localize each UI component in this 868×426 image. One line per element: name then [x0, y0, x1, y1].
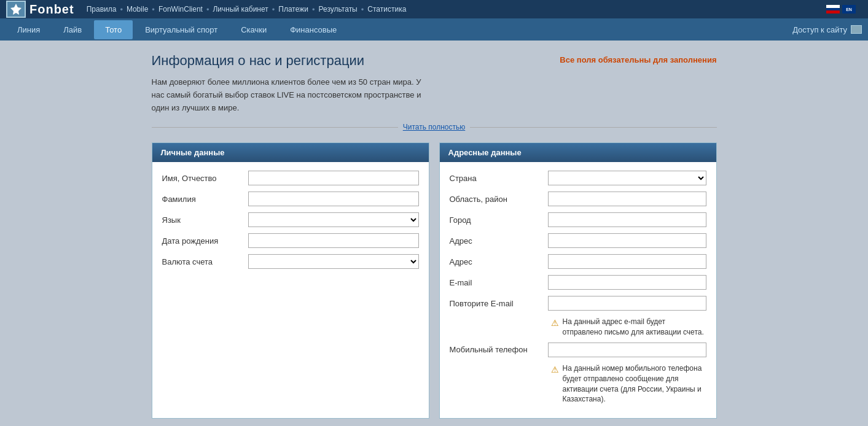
- info-left: Информация о нас и регистрации Нам довер…: [152, 53, 437, 114]
- main-nav: Линия Лайв Тото Виртуальный спорт Скачки…: [0, 18, 868, 41]
- input-region[interactable]: [548, 192, 706, 206]
- label-city: Город: [450, 215, 548, 225]
- read-more-line-left: [152, 127, 398, 128]
- svg-marker-0: [10, 4, 22, 15]
- email-warning-row: ⚠ На данный адрес e-mail будет отправлен…: [551, 317, 706, 338]
- form-row-email: E-mail: [450, 275, 706, 290]
- form-row-currency: Валюта счета: [162, 254, 419, 269]
- top-link-statistics[interactable]: Статистика: [367, 5, 406, 14]
- content-wrapper: Информация о нас и регистрации Нам довер…: [139, 53, 729, 426]
- label-address1: Адрес: [450, 236, 548, 246]
- read-more-link[interactable]: Читать полностью: [403, 123, 466, 131]
- personal-body: Имя, Отчество Фамилия Язык Д: [152, 162, 429, 284]
- nav-tabs: Линия Лайв Тото Виртуальный спорт Скачки…: [6, 20, 348, 39]
- top-link-fonwinclient[interactable]: FonWinClient: [158, 5, 203, 14]
- label-dob: Дата рождения: [162, 236, 248, 246]
- flag-en[interactable]: EN: [842, 5, 856, 14]
- form-row-language: Язык: [162, 212, 419, 227]
- select-language[interactable]: [248, 212, 419, 227]
- tab-virtual[interactable]: Виртуальный спорт: [134, 20, 229, 39]
- form-row-address1: Адрес: [450, 233, 706, 248]
- warning-icon-email: ⚠: [551, 317, 559, 330]
- form-row-address2: Адрес: [450, 254, 706, 269]
- form-row-dob: Дата рождения: [162, 233, 419, 248]
- sep2: •: [152, 5, 155, 14]
- page-desc: Нам доверяют более миллиона клиентов бол…: [152, 76, 434, 114]
- logo-svg: [9, 2, 23, 16]
- personal-header: Личные данные: [152, 143, 429, 162]
- sep1: •: [120, 5, 123, 14]
- address-header: Адресные данные: [440, 143, 716, 162]
- label-currency: Валюта счета: [162, 257, 248, 266]
- label-name: Имя, Отчество: [162, 174, 248, 183]
- input-dob[interactable]: [248, 233, 419, 248]
- logo-text: Fonbet: [29, 2, 74, 17]
- warning-icon-phone: ⚠: [551, 364, 559, 376]
- input-address2[interactable]: [548, 254, 706, 269]
- tab-finansovye[interactable]: Финансовые: [279, 20, 348, 39]
- top-bar: Fonbet Правила • Mobile • FonWinClient •…: [0, 0, 868, 18]
- label-phone: Мобильный телефон: [450, 345, 548, 354]
- input-email[interactable]: [548, 275, 706, 290]
- label-email-repeat: Повторите E-mail: [450, 299, 548, 308]
- input-email-repeat[interactable]: [548, 296, 706, 311]
- form-row-phone: Мобильный телефон: [450, 343, 706, 357]
- read-more-row: Читать полностью: [152, 123, 717, 131]
- select-country[interactable]: [548, 171, 706, 185]
- flag-ru[interactable]: [826, 5, 840, 14]
- input-city[interactable]: [548, 212, 706, 227]
- top-link-pravila[interactable]: Правила: [87, 5, 117, 14]
- email-warning-text: На данный адрес e-mail будет отправлено …: [563, 317, 706, 338]
- sep6: •: [361, 5, 364, 14]
- label-email: E-mail: [450, 278, 548, 287]
- logo: Fonbet: [6, 1, 74, 18]
- lang-flags: EN: [826, 5, 856, 14]
- input-name[interactable]: [248, 171, 419, 185]
- top-link-cabinet[interactable]: Личный кабинет: [213, 5, 268, 14]
- form-row-region: Область, район: [450, 192, 706, 206]
- input-address1[interactable]: [548, 233, 706, 248]
- select-currency[interactable]: [248, 254, 419, 269]
- form-row-city: Город: [450, 212, 706, 227]
- forms-row: Личные данные Имя, Отчество Фамилия Язык: [152, 142, 717, 419]
- input-surname[interactable]: [248, 192, 419, 206]
- tab-layv[interactable]: Лайв: [52, 20, 93, 39]
- info-row: Информация о нас и регистрации Нам довер…: [152, 53, 717, 114]
- personal-section: Личные данные Имя, Отчество Фамилия Язык: [152, 142, 429, 419]
- lock-icon: [851, 25, 862, 34]
- input-phone[interactable]: [548, 343, 706, 357]
- address-section: Адресные данные Страна Область, район Го…: [439, 142, 717, 419]
- tab-toto[interactable]: Тото: [94, 20, 133, 39]
- top-link-mobile[interactable]: Mobile: [127, 5, 148, 14]
- label-region: Область, район: [450, 195, 548, 204]
- sep3: •: [206, 5, 209, 14]
- label-country: Страна: [450, 174, 548, 183]
- address-body: Страна Область, район Город: [440, 162, 716, 418]
- tab-liniya[interactable]: Линия: [6, 20, 51, 39]
- top-links: Правила • Mobile • FonWinClient • Личный…: [87, 5, 826, 14]
- page-title: Информация о нас и регистрации: [152, 53, 437, 69]
- sep5: •: [312, 5, 315, 14]
- form-row-email-repeat: Повторите E-mail: [450, 296, 706, 311]
- site-access-label: Доступ к сайту: [792, 25, 847, 34]
- label-address2: Адрес: [450, 257, 548, 266]
- info-right: Все поля обязательны для заполнения: [447, 53, 717, 64]
- page-bg: Информация о нас и регистрации Нам довер…: [0, 41, 868, 426]
- label-surname: Фамилия: [162, 195, 248, 204]
- required-note: Все поля обязательны для заполнения: [560, 55, 716, 64]
- phone-warning-text: На данный номер мобильного телефона буде…: [563, 363, 706, 405]
- logo-icon: [6, 1, 26, 18]
- label-language: Язык: [162, 215, 248, 225]
- form-row-surname: Фамилия: [162, 192, 419, 206]
- form-row-country: Страна: [450, 171, 706, 185]
- phone-warning-row: ⚠ На данный номер мобильного телефона бу…: [551, 363, 706, 405]
- top-link-results[interactable]: Результаты: [319, 5, 358, 14]
- read-more-line-right: [470, 127, 716, 128]
- sep4: •: [272, 5, 275, 14]
- tab-skachki[interactable]: Скачки: [230, 20, 278, 39]
- top-link-payments[interactable]: Платежи: [278, 5, 308, 14]
- site-access[interactable]: Доступ к сайту: [792, 25, 862, 34]
- form-row-name: Имя, Отчество: [162, 171, 419, 185]
